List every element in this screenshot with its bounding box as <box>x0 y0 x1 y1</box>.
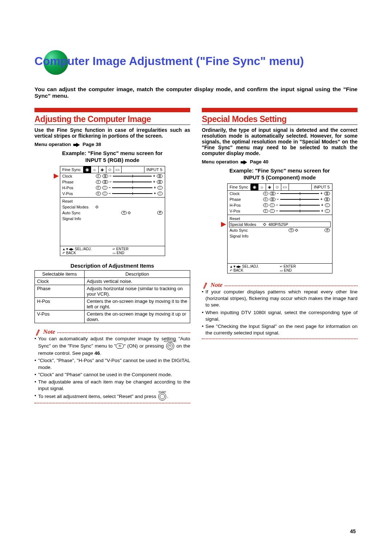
example-caption-line1: Example: "Fine Sync" menu screen for <box>34 150 190 157</box>
title-block: Computer Image Adjustment ("Fine Sync" m… <box>34 54 358 68</box>
tab-status-icon: ▭ <box>281 184 289 190</box>
note-item: To reset all adjustment items, select "R… <box>34 393 190 401</box>
osd-input-label: INPUT 5 <box>311 184 332 190</box>
pointer-icon <box>54 174 59 179</box>
pointer-icon <box>221 222 226 227</box>
osd-row-hpos: H-Pos0□−+□ <box>60 185 165 191</box>
section-heading-adjusting: Adjusting the Computer Image <box>34 114 190 125</box>
osd-menu-component: Fine Sync ◉ ☼ ◈ ☺ ▭ INPUT 5 Clock0▥−+▥ P… <box>227 183 332 273</box>
tab-language-icon: ☺ <box>274 184 281 190</box>
menu-op-prefix: Menu operation <box>202 159 238 165</box>
note-item: "Clock", "Phase", "H-Pos" and "V-Pos" ca… <box>34 357 190 370</box>
tab-status-icon: ▭ <box>114 166 122 173</box>
table-row: ClockAdjusts vertical noise. <box>35 277 190 285</box>
table-row: PhaseAdjusts horizontal noise (similar t… <box>35 285 190 297</box>
osd-title: Fine Sync <box>60 167 83 173</box>
osd-input-label: INPUT 5 <box>144 167 165 173</box>
menu-operation-ref: Menu operation Page 38 <box>34 142 190 147</box>
tab-options1-icon: ☼ <box>91 166 99 173</box>
osd-row-hpos: H-Pos0□−+□ <box>228 202 332 208</box>
tab-language-icon: ☺ <box>106 166 114 173</box>
diamond-icon <box>95 206 98 208</box>
adjusting-description: Use the Fine Sync function in case of ir… <box>34 127 190 139</box>
osd-row-special-highlighted: Special Modes480P/525P <box>229 222 331 227</box>
sync-off-icon: ⟲̸ <box>324 228 330 232</box>
sync-on-icon: ⟲ <box>121 211 127 215</box>
osd-footer: ▲▼◀▶ SEL./ADJ. ↵ ENTER ↶ BACK ▭ END <box>60 246 165 256</box>
menu-operation-ref: Menu operation Page 40 <box>202 159 358 165</box>
special-description: Ordinarily, the type of input signal is … <box>202 127 358 156</box>
diamond-icon <box>263 223 266 226</box>
note-box-right: Note If your computer displays patterns … <box>202 282 358 340</box>
sync-on-icon: ⟲ <box>289 228 294 232</box>
note-item: If your computer displays patterns which… <box>202 289 358 309</box>
sync-off-icon: ⟲̸ <box>157 211 163 215</box>
table-row: H-PosCenters the on-screen image by movi… <box>35 297 190 310</box>
tab-finesync-icon: ◉ <box>251 184 258 190</box>
table-header-desc: Description <box>84 270 190 277</box>
pencil-icon <box>201 280 210 290</box>
left-column: Adjusting the Computer Image Use the Fin… <box>34 108 190 403</box>
note-item: The adjustable area of each item may be … <box>34 379 190 392</box>
tab-options1-icon: ☼ <box>258 184 266 190</box>
osd-tab-icons: ◉ ☼ ◈ ☺ ▭ <box>83 166 122 173</box>
osd-row-phase: Phase0▥−+▥ <box>60 179 165 185</box>
autosync-button-icon: AUTO SYNC⟲ <box>166 342 174 350</box>
arrow-right-icon <box>73 142 81 147</box>
table-row: V-PosCenters the on-screen image by movi… <box>35 310 190 323</box>
example-caption-right: Example: "Fine Sync" menu screen for INP… <box>202 167 358 181</box>
enter-button-icon: ENTER· <box>158 393 166 401</box>
example-caption-line2: INPUT 5 (RGB) mode <box>34 157 190 164</box>
osd-title: Fine Sync <box>228 184 251 190</box>
osd-row-signal: Signal Info <box>60 216 165 222</box>
right-column: Special Modes Setting Ordinarily, the ty… <box>202 108 358 403</box>
note-item: "Clock" and "Phase" cannot be used in th… <box>34 372 190 378</box>
osd-menu-rgb: Fine Sync ◉ ☼ ◈ ☺ ▭ INPUT 5 Clock0▥−+▥ <box>60 166 165 256</box>
note-label: Note <box>202 281 225 289</box>
example-caption-line1: Example: "Fine Sync" menu screen for <box>202 167 358 174</box>
page-title: Computer Image Adjustment ("Fine Sync" m… <box>34 54 358 68</box>
note-label: Note <box>34 328 57 336</box>
osd-footer: ▲▼◀▶ SEL./ADJ. ↵ ENTER ↶ BACK ▭ END <box>228 263 332 273</box>
osd-row-autosync: Auto Sync⟲⟲̸ <box>60 210 165 216</box>
desc-table-caption: Description of Adjustment Items <box>34 263 190 269</box>
special-modes-value: 480P/525P <box>269 222 288 227</box>
note-item: When inputting DTV 1080I signal, select … <box>202 309 358 322</box>
osd-row-clock: Clock0▥−+▥ <box>60 173 165 179</box>
osd-row-signal: Signal Info <box>228 233 332 239</box>
arrow-right-icon <box>241 159 248 165</box>
pencil-icon <box>33 327 43 337</box>
note-box-left: Note You can automatically adjust the co… <box>34 329 190 404</box>
note-item: You can automatically adjust the compute… <box>34 336 190 357</box>
menu-op-page: Page 38 <box>83 142 101 147</box>
intro-paragraph: You can adjust the computer image, match… <box>34 86 358 99</box>
tab-options2-icon: ◈ <box>266 184 274 190</box>
section-bar <box>34 108 190 112</box>
osd-tab-icons: ◉ ☼ ◈ ☺ ▭ <box>251 184 289 190</box>
section-heading-special: Special Modes Setting <box>202 114 358 125</box>
page-number: 45 <box>350 528 356 534</box>
example-caption-line2: INPUT 5 (Component) mode <box>202 174 358 181</box>
osd-row-vpos: V-Pos0□−+□ <box>60 191 165 196</box>
example-caption-left: Example: "Fine Sync" menu screen for INP… <box>34 150 190 164</box>
osd-row-clock: Clock0▥−+▥ <box>228 191 332 196</box>
table-header-items: Selectable items <box>35 270 85 277</box>
osd-row-phase: Phase0▥−+▥ <box>228 196 332 202</box>
osd-row-vpos: V-Pos0□−+□ <box>228 208 332 214</box>
osd-row-special: Special Modes <box>60 204 165 210</box>
osd-row-autosync: Auto Sync⟲⟲̸ <box>228 227 332 233</box>
osd-row-reset: Reset <box>60 198 165 204</box>
sync-on-icon: ⟲ <box>116 344 124 349</box>
menu-op-prefix: Menu operation <box>34 142 71 147</box>
description-table: Selectable items Description ClockAdjust… <box>34 270 190 323</box>
section-bar <box>202 108 358 112</box>
menu-op-page: Page 40 <box>250 159 269 165</box>
tab-finesync-icon: ◉ <box>83 166 91 173</box>
osd-row-reset: Reset <box>228 216 332 222</box>
tab-options2-icon: ◈ <box>99 166 106 173</box>
note-item: See "Checking the Input Signal" on the n… <box>202 323 358 336</box>
